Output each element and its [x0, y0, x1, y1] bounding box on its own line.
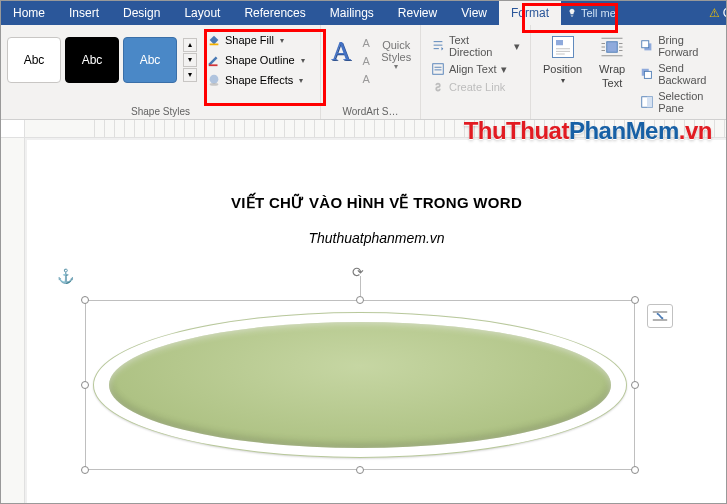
gallery-scroll-up[interactable]: ▴	[183, 38, 197, 52]
create-link-button: Create Link	[429, 79, 522, 95]
position-label: Position	[543, 63, 582, 75]
resize-handle-mr[interactable]	[631, 381, 639, 389]
text-outline-button[interactable]: A	[357, 53, 375, 69]
text-direction-icon	[431, 39, 445, 53]
tab-references[interactable]: References	[232, 1, 317, 25]
text-direction-label: Text Direction	[449, 34, 510, 58]
selected-shape[interactable]: ⟳	[85, 300, 635, 470]
chevron-down-icon: ▾	[301, 56, 305, 65]
shape-outline-button[interactable]: Shape Outline ▾	[203, 51, 309, 69]
tell-me-search[interactable]: Tell me	[561, 1, 622, 25]
watermark-part-3: .vn	[679, 117, 712, 144]
watermark-logo: ThuThuatPhanMem.vn	[464, 117, 712, 145]
shape-options: Shape Fill ▾ Shape Outline ▾ Shape Effec…	[203, 29, 309, 91]
resize-handle-bl[interactable]	[81, 466, 89, 474]
ribbon: Abc Abc Abc ▴ ▾ ▾ Shape Fill ▾ Shape Out…	[1, 25, 726, 120]
layout-options-icon	[652, 309, 668, 323]
svg-point-2	[210, 75, 219, 84]
bucket-icon	[207, 33, 221, 47]
chevron-down-icon: ▾	[299, 76, 303, 85]
lightbulb-icon	[567, 8, 577, 18]
send-backward-icon	[640, 67, 654, 81]
shape-style-thumb-1[interactable]: Abc	[7, 37, 61, 83]
shape-outline-label: Shape Outline	[225, 54, 295, 66]
rotation-handle[interactable]: ⟳	[352, 264, 364, 280]
send-backward-label: Send Backward	[658, 62, 716, 86]
chevron-down-icon: ▾	[280, 36, 284, 45]
wrap-text-button[interactable]: Wrap Text	[592, 29, 632, 119]
tab-insert[interactable]: Insert	[57, 1, 111, 25]
tab-view[interactable]: View	[449, 1, 499, 25]
resize-handle-bm[interactable]	[356, 466, 364, 474]
align-text-label: Align Text	[449, 63, 497, 75]
group-arrange: Position ▾ Wrap Text Bring Forward Send …	[531, 25, 726, 119]
align-text-button[interactable]: Align Text▾	[429, 61, 522, 77]
shape-style-gallery-more: ▴ ▾ ▾	[183, 38, 197, 83]
ribbon-tabstrip: Home Insert Design Layout References Mai…	[1, 1, 726, 25]
resize-handle-tm[interactable]	[356, 296, 364, 304]
svg-rect-6	[556, 40, 563, 45]
gallery-scroll-down[interactable]: ▾	[183, 53, 197, 67]
bring-forward-button[interactable]: Bring Forward	[638, 33, 718, 59]
group-label-wordart: WordArt S…	[327, 104, 414, 117]
selection-pane-icon	[640, 95, 654, 109]
svg-point-3	[210, 83, 219, 86]
position-button[interactable]: Position ▾	[537, 29, 588, 119]
resize-handle-br[interactable]	[631, 466, 639, 474]
bring-forward-icon	[640, 39, 654, 53]
text-direction-button[interactable]: Text Direction▾	[429, 33, 522, 59]
layout-options-button[interactable]	[647, 304, 673, 328]
align-text-icon	[431, 62, 445, 76]
shape-style-thumb-2[interactable]: Abc	[65, 37, 119, 83]
wrap-text-icon	[598, 33, 626, 61]
tab-review[interactable]: Review	[386, 1, 449, 25]
tab-home[interactable]: Home	[1, 1, 57, 25]
selection-pane-label: Selection Pane	[658, 90, 716, 114]
svg-rect-13	[647, 97, 652, 108]
svg-rect-0	[210, 44, 219, 46]
resize-handle-tl[interactable]	[81, 296, 89, 304]
shape-fill-button[interactable]: Shape Fill ▾	[203, 31, 309, 49]
svg-rect-11	[645, 71, 652, 78]
tab-format[interactable]: Format	[499, 1, 561, 25]
group-label-shape-styles: Shape Styles	[7, 104, 314, 117]
tell-me-label: Tell me	[581, 7, 616, 19]
send-backward-button[interactable]: Send Backward	[638, 61, 718, 87]
tab-mailings[interactable]: Mailings	[318, 1, 386, 25]
tab-layout[interactable]: Layout	[172, 1, 232, 25]
watermark-part-1: ThuThuat	[464, 117, 569, 144]
svg-rect-7	[607, 42, 618, 53]
create-link-label: Create Link	[449, 81, 505, 93]
svg-rect-9	[642, 41, 649, 48]
quick-styles-button[interactable]: Quick Styles ▾	[377, 35, 415, 76]
wrap-text-label-2: Text	[602, 77, 622, 89]
wrap-text-label-1: Wrap	[599, 63, 625, 75]
vertical-ruler[interactable]	[1, 138, 25, 504]
group-shape-styles: Abc Abc Abc ▴ ▾ ▾ Shape Fill ▾ Shape Out…	[1, 25, 321, 119]
quick-styles-label-1: Quick	[382, 39, 410, 51]
wordart-preview[interactable]: A	[327, 35, 355, 67]
gallery-expand[interactable]: ▾	[183, 68, 197, 82]
text-effects-button[interactable]: A	[357, 71, 375, 87]
shape-style-thumb-3[interactable]: Abc	[123, 37, 177, 83]
text-fill-button[interactable]: A	[357, 35, 375, 51]
document-area: VIẾT CHỮ VÀO HÌNH VẼ TRONG WORD Thuthuat…	[1, 138, 726, 504]
svg-rect-4	[433, 64, 444, 75]
group-text: Text Direction▾ Align Text▾ Create Link	[421, 25, 531, 119]
truncated-text: Ch	[723, 6, 727, 20]
shape-style-gallery: Abc Abc Abc ▴ ▾ ▾	[7, 29, 197, 91]
shape-effects-button[interactable]: Shape Effects ▾	[203, 71, 309, 89]
effects-icon	[207, 73, 221, 87]
bring-forward-label: Bring Forward	[658, 34, 716, 58]
svg-rect-1	[209, 64, 218, 66]
position-icon	[549, 33, 577, 61]
resize-handle-tr[interactable]	[631, 296, 639, 304]
anchor-icon: ⚓	[57, 268, 74, 284]
tab-design[interactable]: Design	[111, 1, 172, 25]
page[interactable]: VIẾT CHỮ VÀO HÌNH VẼ TRONG WORD Thuthuat…	[27, 140, 726, 504]
shape-oval-inner[interactable]	[109, 322, 611, 448]
selection-pane-button[interactable]: Selection Pane	[638, 89, 718, 115]
watermark-part-2: PhanMem	[569, 117, 679, 144]
shape-effects-label: Shape Effects	[225, 74, 293, 86]
resize-handle-ml[interactable]	[81, 381, 89, 389]
